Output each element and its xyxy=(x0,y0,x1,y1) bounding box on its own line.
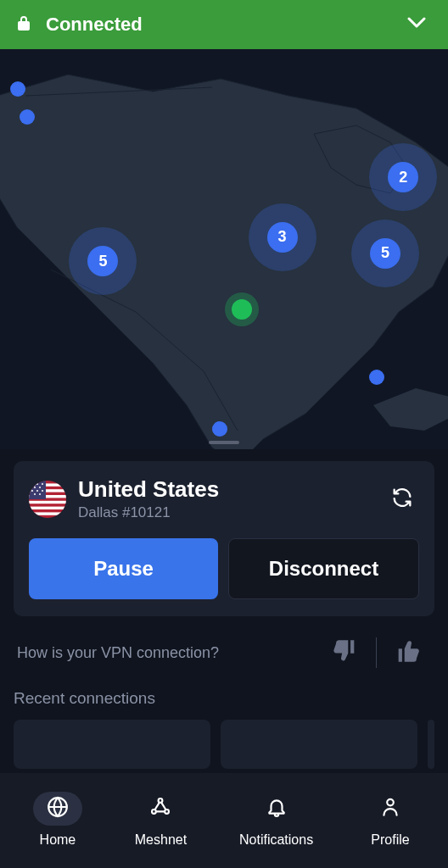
nav-notifications[interactable]: Notifications xyxy=(239,792,313,848)
svg-point-13 xyxy=(39,487,41,488)
svg-point-10 xyxy=(36,483,38,485)
recent-item[interactable] xyxy=(221,720,417,769)
recent-item[interactable] xyxy=(14,720,210,769)
disconnect-button[interactable]: Disconnect xyxy=(228,538,419,599)
meshnet-icon xyxy=(149,796,171,821)
map-marker[interactable]: 2 xyxy=(388,162,418,192)
svg-point-17 xyxy=(34,493,36,495)
feedback-question: How is your VPN connection? xyxy=(17,644,322,662)
svg-point-12 xyxy=(34,487,36,488)
map-marker[interactable] xyxy=(212,421,227,437)
map-marker[interactable] xyxy=(20,109,35,125)
chevron-down-icon[interactable] xyxy=(407,17,426,32)
svg-point-18 xyxy=(39,493,41,495)
feedback-row: How is your VPN connection? xyxy=(14,633,434,672)
bell-icon xyxy=(266,796,288,821)
status-label: Connected xyxy=(46,14,143,36)
pause-button[interactable]: Pause xyxy=(29,538,218,599)
svg-rect-7 xyxy=(29,512,66,515)
thumbs-down-button[interactable] xyxy=(322,633,367,672)
lock-icon xyxy=(17,14,31,35)
status-bar[interactable]: Connected xyxy=(0,0,448,49)
nav-label: Notifications xyxy=(239,832,313,848)
us-flag-icon xyxy=(29,481,66,518)
nav-meshnet[interactable]: Meshnet xyxy=(135,792,187,848)
recent-title: Recent connections xyxy=(14,689,434,708)
svg-point-21 xyxy=(153,810,157,814)
refresh-button[interactable] xyxy=(385,481,419,518)
svg-point-15 xyxy=(36,490,38,492)
nav-home[interactable]: Home xyxy=(33,792,82,848)
bottom-nav: Home Meshnet Notifications Profile xyxy=(0,773,448,868)
svg-point-22 xyxy=(165,810,170,814)
recent-item[interactable] xyxy=(428,720,434,769)
svg-point-23 xyxy=(387,799,394,806)
nav-label: Profile xyxy=(371,832,409,848)
thumbs-up-button[interactable] xyxy=(385,633,431,672)
nav-label: Meshnet xyxy=(135,832,187,848)
map-marker[interactable]: 5 xyxy=(87,246,118,276)
map-marker[interactable] xyxy=(10,81,25,97)
svg-rect-6 xyxy=(29,506,66,509)
map-marker[interactable]: 5 xyxy=(370,238,400,269)
svg-point-11 xyxy=(42,483,43,485)
current-location-marker[interactable] xyxy=(232,299,252,320)
svg-rect-5 xyxy=(29,500,66,503)
feedback-divider xyxy=(376,637,377,668)
svg-point-14 xyxy=(31,490,33,492)
profile-icon xyxy=(379,796,401,821)
svg-point-20 xyxy=(159,798,163,803)
nav-profile[interactable]: Profile xyxy=(366,792,415,848)
svg-point-9 xyxy=(31,483,33,485)
server-name: Dallas #10121 xyxy=(78,504,373,521)
nav-label: Home xyxy=(40,832,76,848)
drag-handle[interactable] xyxy=(209,441,239,444)
globe-icon xyxy=(47,796,69,821)
recent-connections: Recent connections xyxy=(14,689,434,769)
map[interactable]: 5352 xyxy=(0,49,448,449)
map-marker[interactable]: 3 xyxy=(267,222,298,253)
connection-card: United States Dallas #10121 Pause Discon… xyxy=(14,461,434,616)
map-marker[interactable] xyxy=(369,370,384,385)
country-name: United States xyxy=(78,476,373,503)
svg-point-16 xyxy=(42,490,43,492)
